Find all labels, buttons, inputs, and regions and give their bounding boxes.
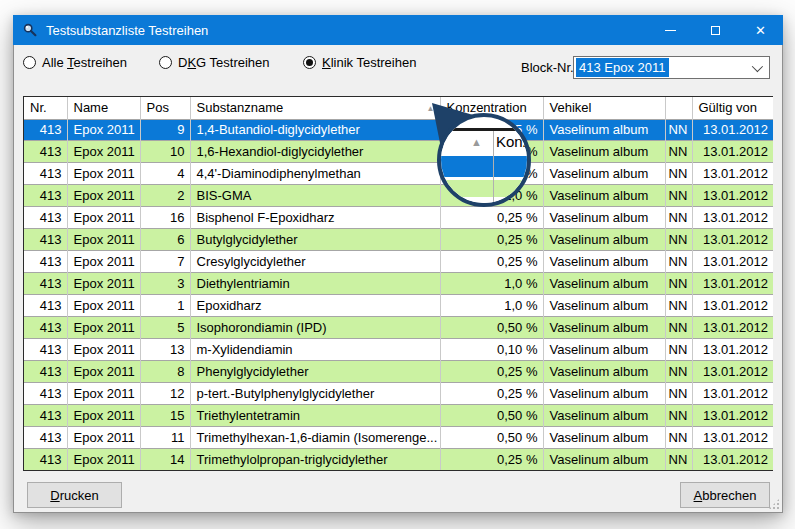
radio-alle-testreihen[interactable]: Alle Testreihen [23, 55, 127, 70]
table-row[interactable]: 413Epox 20111Epoxidharz 1,0 %Vaselinum a… [24, 295, 773, 317]
column-header-gueltig-von[interactable]: Gültig von [692, 97, 773, 119]
table-row[interactable]: 413Epox 201111Trimethylhexan-1,6-diamin … [24, 427, 773, 449]
table-row[interactable]: 413Epox 201114Trimethylolpropan-triglyci… [24, 449, 773, 470]
table-row[interactable]: 413Epox 20115Isophorondiamin (IPD) 0,50 … [24, 317, 773, 339]
cancel-button[interactable]: Abbrechen [680, 482, 770, 508]
print-button[interactable]: Drucken [27, 482, 122, 508]
window-title: Testsubstanzliste Testreihen [46, 23, 208, 38]
table-row[interactable]: 413Epox 2011101,6-Hexandiol-diglycidylet… [24, 141, 773, 163]
zoom-lens-overlay: ▲ Konz [437, 113, 531, 207]
column-header-name[interactable]: Name [67, 97, 140, 119]
dialog-window: Testsubstanzliste Testreihen ✕ Alle Test… [13, 15, 783, 513]
radio-circle-icon [159, 56, 172, 69]
table-row[interactable]: 413Epox 20112BIS-GMA 2,0 %Vaselinum albu… [24, 185, 773, 207]
close-icon: ✕ [755, 24, 766, 37]
table-row[interactable]: 413Epox 201112p-tert.-Butylphenylglycidy… [24, 383, 773, 405]
table-row[interactable]: 413Epox 201113m-Xylidendiamin 0,10 %Vase… [24, 339, 773, 361]
radio-label: DKG Testreihen [178, 55, 270, 70]
maximize-button[interactable] [693, 15, 738, 45]
chevron-down-icon[interactable] [752, 60, 763, 71]
lens-selected-row-band [441, 156, 527, 177]
column-header-nr[interactable]: Nr. [24, 97, 67, 119]
minimize-button[interactable] [648, 15, 693, 45]
lens-sort-ascending-icon: ▲ [471, 136, 482, 148]
column-header-substanzname[interactable]: Substanzname▲ [190, 97, 440, 119]
lens-column-separator [493, 131, 494, 203]
title-bar: Testsubstanzliste Testreihen ✕ [13, 15, 783, 45]
radio-label: Alle Testreihen [42, 55, 127, 70]
table-row[interactable]: 413Epox 201115Triethylentetramin 0,50 %V… [24, 405, 773, 427]
table-row[interactable]: 413Epox 20116Butylglycidylether 0,25 %Va… [24, 229, 773, 251]
combobox-selected-value: 413 Epox 2011 [576, 58, 669, 77]
radio-circle-icon [23, 56, 36, 69]
table-row[interactable]: 413Epox 20117Cresylglycidylether 0,25 %V… [24, 251, 773, 273]
radio-klinik-testreihen[interactable]: Klinik Testreihen [303, 55, 416, 70]
magnifier-icon [22, 22, 38, 38]
table-row[interactable]: 413Epox 20118Phenylglycidylether 0,25 %V… [24, 361, 773, 383]
maximize-icon [711, 26, 720, 35]
close-button[interactable]: ✕ [738, 15, 783, 45]
block-nr-combobox[interactable]: 413 Epox 2011 [573, 56, 770, 79]
table-row[interactable]: 413Epox 201191,4-Butandiol-diglycidyleth… [24, 119, 773, 141]
radio-dkg-testreihen[interactable]: DKG Testreihen [159, 55, 270, 70]
table-row[interactable]: 413Epox 201116Bisphenol F-Epoxidharz 0,2… [24, 207, 773, 229]
table-header-row: Nr. Name Pos Substanzname▲ Konzentration… [24, 97, 773, 119]
column-header-vehikel[interactable]: Vehikel [543, 97, 665, 119]
radio-label: Klinik Testreihen [322, 55, 416, 70]
block-nr-label: Block-Nr.: [521, 60, 577, 75]
table-row[interactable]: 413Epox 201144,4'-Diaminodiphenylmethan … [24, 163, 773, 185]
column-header-blank[interactable] [665, 97, 692, 119]
substance-table: Nr. Name Pos Substanzname▲ Konzentration… [23, 96, 773, 471]
table-body: 413Epox 201191,4-Butandiol-diglycidyleth… [24, 119, 773, 470]
table-row[interactable]: 413Epox 20113Diethylentriamin 1,0 %Vasel… [24, 273, 773, 295]
column-header-pos[interactable]: Pos [140, 97, 190, 119]
minimize-icon [665, 30, 676, 31]
filter-row: Alle Testreihen DKG Testreihen Klinik Te… [14, 55, 784, 81]
lens-green-row-band [441, 180, 527, 197]
radio-circle-icon [303, 56, 316, 69]
